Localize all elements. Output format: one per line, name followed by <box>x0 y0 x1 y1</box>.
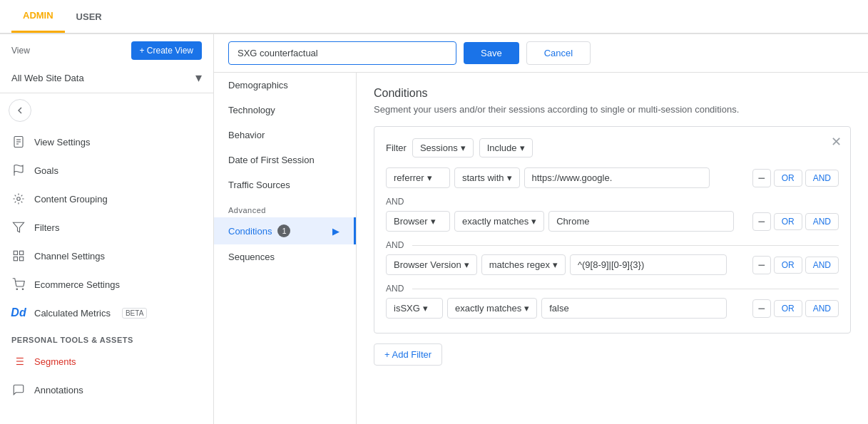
operator-dropdown-4[interactable]: exactly matches▾ <box>447 298 537 319</box>
tab-admin[interactable]: ADMIN <box>11 0 65 33</box>
svg-rect-10 <box>14 257 17 261</box>
sidebar-item-view-settings[interactable]: View Settings <box>0 128 213 156</box>
remove-row1-button[interactable]: − <box>752 169 771 187</box>
top-nav: ADMIN USER <box>0 0 868 34</box>
row3-actions: − OR AND <box>752 256 839 274</box>
svg-point-5 <box>17 197 21 201</box>
value-input-1[interactable] <box>524 167 710 188</box>
left-sidebar: View + Create View All Web Site Data ▾ V… <box>0 34 214 424</box>
sidebar-item-content-grouping[interactable]: Content Grouping <box>0 185 213 213</box>
middle-nav-item-behavior[interactable]: Behavior <box>214 123 356 148</box>
sidebar-label-goals: Goals <box>34 165 58 176</box>
middle-nav-item-technology[interactable]: Technology <box>214 98 356 123</box>
sidebar-item-calculated-metrics[interactable]: Dd Calculated Metrics BETA <box>0 299 213 327</box>
and-row1-button[interactable]: AND <box>805 170 839 187</box>
sidebar-label-ecommerce-settings: Ecommerce Settings <box>34 279 120 290</box>
field-dropdown-browser-version[interactable]: Browser Version▾ <box>386 254 477 275</box>
sidebar-item-ecommerce-settings[interactable]: Ecommerce Settings <box>0 270 213 299</box>
filter-label: Filter <box>386 143 407 153</box>
flag-icon <box>11 163 26 177</box>
create-view-button[interactable]: + Create View <box>131 41 203 60</box>
operator-dropdown-3[interactable]: matches regex▾ <box>481 254 566 275</box>
conditions-label: Conditions <box>228 226 272 237</box>
and-row4-button[interactable]: AND <box>805 300 839 317</box>
sidebar-item-channel-settings[interactable]: Channel Settings <box>0 242 213 270</box>
svg-point-12 <box>22 289 24 290</box>
advanced-divider: Advanced <box>214 197 356 217</box>
sub-header: Save Cancel <box>214 34 868 73</box>
conditions-badge: 1 <box>277 224 290 237</box>
view-name: All Web Site Data <box>11 73 84 83</box>
middle-nav: Demographics Technology Behavior Date of… <box>214 73 357 424</box>
filter-icon <box>11 220 26 234</box>
remove-row2-button[interactable]: − <box>752 212 771 231</box>
condition-row-2: Browser▾ exactly matches▾ − OR AND <box>386 211 839 232</box>
sessions-dropdown[interactable]: Sessions▾ <box>412 138 474 157</box>
chevron-right-icon: ▶ <box>332 226 339 237</box>
remove-row4-button[interactable]: − <box>752 299 771 318</box>
operator-dropdown-1[interactable]: starts with▾ <box>454 167 520 188</box>
svg-marker-6 <box>14 222 24 232</box>
middle-nav-item-conditions[interactable]: Conditions 1 ▶ <box>214 217 356 244</box>
document-icon <box>11 135 26 149</box>
sidebar-item-annotations[interactable]: Annotations <box>0 376 213 404</box>
include-dropdown[interactable]: Include▾ <box>479 138 533 157</box>
view-label: View <box>11 46 30 56</box>
or-row4-button[interactable]: OR <box>774 300 802 317</box>
svg-rect-7 <box>14 251 17 254</box>
view-dropdown-arrow[interactable]: ▾ <box>195 70 202 86</box>
or-row1-button[interactable]: OR <box>774 170 802 187</box>
filter-block: Filter Sessions▾ Include▾ ✕ referrer▾ <box>374 126 851 333</box>
svg-rect-8 <box>20 251 24 254</box>
or-row3-button[interactable]: OR <box>774 257 802 274</box>
filter-close-button[interactable]: ✕ <box>831 135 842 148</box>
field-dropdown-browser[interactable]: Browser▾ <box>386 211 450 232</box>
sidebar-label-segments: Segments <box>34 356 76 367</box>
and-row3-button[interactable]: AND <box>805 257 839 274</box>
and-label-3: AND <box>386 284 404 294</box>
middle-nav-item-traffic-sources[interactable]: Traffic Sources <box>214 172 356 197</box>
and-label-2: AND <box>386 240 404 250</box>
and-row2-button[interactable]: AND <box>805 213 839 230</box>
svg-rect-9 <box>20 257 24 261</box>
middle-nav-item-sequences[interactable]: Sequences <box>214 244 356 269</box>
condition-row-4: isSXG▾ exactly matches▾ − OR AND <box>386 298 839 319</box>
condition-row-3: Browser Version▾ matches regex▾ − OR AND <box>386 254 839 275</box>
field-dropdown-referrer[interactable]: referrer▾ <box>386 167 450 188</box>
conditions-panel: Conditions Segment your users and/or the… <box>357 73 868 424</box>
value-input-2[interactable] <box>548 211 734 232</box>
metrics-icon: Dd <box>11 306 26 320</box>
add-filter-button[interactable]: + Add Filter <box>374 343 442 366</box>
save-button[interactable]: Save <box>464 42 519 64</box>
and-separator-2: AND <box>386 236 839 254</box>
sidebar-item-segments[interactable]: Segments <box>0 347 213 376</box>
and-separator-1: AND <box>386 192 839 211</box>
sidebar-item-goals[interactable]: Goals <box>0 156 213 185</box>
or-row2-button[interactable]: OR <box>774 213 802 230</box>
sidebar-label-calculated-metrics: Calculated Metrics <box>34 308 111 319</box>
filter-header-row: Filter Sessions▾ Include▾ ✕ <box>386 138 839 157</box>
middle-nav-item-demographics[interactable]: Demographics <box>214 73 356 98</box>
cancel-button[interactable]: Cancel <box>526 41 591 65</box>
field-dropdown-issxg[interactable]: isSXG▾ <box>386 298 443 319</box>
cart-icon <box>11 277 26 291</box>
segments-icon <box>11 354 26 368</box>
svg-point-11 <box>16 289 18 290</box>
operator-dropdown-2[interactable]: exactly matches▾ <box>454 211 544 232</box>
sidebar-label-channel-settings: Channel Settings <box>34 251 105 262</box>
tab-user[interactable]: USER <box>65 1 113 32</box>
back-button[interactable] <box>9 99 31 122</box>
sidebar-label-annotations: Annotations <box>34 385 83 395</box>
personal-tools-header: PERSONAL TOOLS & ASSETS <box>0 327 213 347</box>
middle-nav-item-date-first-session[interactable]: Date of First Session <box>214 148 356 172</box>
sidebar-item-filters[interactable]: Filters <box>0 213 213 242</box>
value-input-3[interactable] <box>570 254 727 275</box>
beta-badge: BETA <box>122 308 147 319</box>
row4-actions: − OR AND <box>752 299 839 318</box>
sidebar-label-content-grouping: Content Grouping <box>34 194 108 205</box>
right-content: Save Cancel Demographics Technology Beha… <box>214 34 868 424</box>
value-input-4[interactable] <box>541 298 727 319</box>
and-separator-3: AND <box>386 279 839 298</box>
remove-row3-button[interactable]: − <box>752 256 771 274</box>
segment-name-input[interactable] <box>228 41 456 65</box>
